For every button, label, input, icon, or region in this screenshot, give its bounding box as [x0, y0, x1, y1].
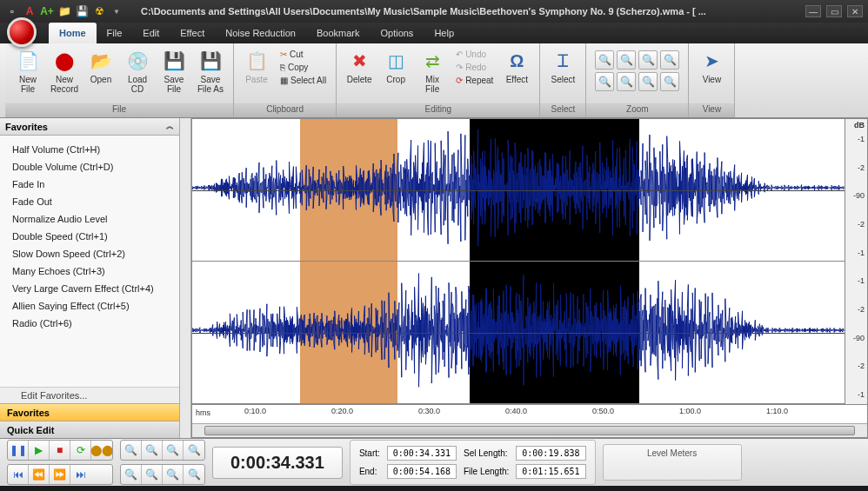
- tab-effect[interactable]: Effect: [170, 23, 215, 43]
- select-all-button[interactable]: ▦Select All: [277, 75, 329, 86]
- delete-button[interactable]: ✖Delete: [342, 47, 377, 86]
- crop-button[interactable]: ◫Crop: [378, 47, 413, 86]
- record-orb-button[interactable]: [7, 17, 37, 47]
- timeline-tick: 0:50.0: [592, 407, 614, 415]
- view-button[interactable]: ➤View: [694, 47, 729, 86]
- timeline-ruler[interactable]: hms 0:10.00:20.00:30.00:40.00:50.01:00.0…: [192, 404, 867, 423]
- qat-new-icon[interactable]: ▫: [5, 4, 19, 18]
- redo-button[interactable]: ↷Redo: [453, 62, 496, 73]
- undo-button[interactable]: ↶Undo: [453, 49, 496, 60]
- repeat-button[interactable]: ⟳Repeat: [453, 75, 496, 86]
- start-value[interactable]: 0:00:34.331: [387, 446, 457, 461]
- goto-start-button[interactable]: ⏮: [8, 465, 29, 484]
- zoom-l-button[interactable]: 🔍: [163, 465, 184, 484]
- select-button[interactable]: ᏆSelect: [545, 47, 580, 86]
- favorite-item[interactable]: Radio (Ctrl+6): [0, 315, 179, 332]
- ribbon: 📄NewFile ⬤NewRecord 📂Open 💿LoadCD 💾SaveF…: [0, 43, 868, 118]
- zoom-vout-button[interactable]: 🔍: [142, 465, 163, 484]
- favorite-item[interactable]: Half Volume (Ctrl+H): [0, 141, 179, 158]
- load-cd-button[interactable]: 💿LoadCD: [120, 47, 155, 96]
- qat-open-icon[interactable]: 📁: [57, 4, 71, 18]
- paste-button[interactable]: 📋Paste: [239, 47, 274, 86]
- maximize-button[interactable]: ▭: [826, 5, 842, 17]
- favorite-item[interactable]: Normalize Audio Level: [0, 210, 179, 228]
- zoom-all-button[interactable]: 🔍: [184, 441, 204, 460]
- tab-help[interactable]: Help: [424, 23, 464, 43]
- zoom-sel-button[interactable]: 🔍: [638, 50, 658, 70]
- zoom-out-h-button[interactable]: 🔍: [617, 50, 636, 70]
- open-button[interactable]: 📂Open: [83, 47, 118, 86]
- favorite-item[interactable]: Slow Down Speed (Ctrl+2): [0, 245, 179, 262]
- file-length-value[interactable]: 0:01:15.651: [516, 464, 585, 479]
- zoom-out-button[interactable]: 🔍: [142, 441, 163, 460]
- timeline-unit-label: hms: [196, 408, 210, 417]
- tab-edit[interactable]: Edit: [132, 23, 170, 43]
- zoom-out-v-button[interactable]: 🔍: [617, 72, 636, 91]
- timeline-tick: 0:30.0: [418, 407, 440, 415]
- level-meters-label: Level Meters: [612, 448, 732, 458]
- edit-favorites-button[interactable]: Edit Favorites...: [0, 387, 179, 403]
- crop-icon: ◫: [384, 49, 408, 73]
- close-button[interactable]: ✕: [847, 5, 863, 17]
- delete-icon: ✖: [347, 49, 371, 73]
- cut-button[interactable]: ✂Cut: [277, 49, 329, 60]
- new-record-button[interactable]: ⬤NewRecord: [47, 47, 82, 96]
- favorites-tab[interactable]: Favorites: [0, 403, 179, 421]
- qat-add-icon[interactable]: A+: [40, 4, 54, 18]
- favorite-item[interactable]: Allien Saying Effect (Ctrl+5): [0, 297, 179, 315]
- qat-save-icon[interactable]: 💾: [75, 4, 89, 18]
- sidebar-header[interactable]: Favorites ︽: [0, 118, 179, 136]
- zoom-in-v-button[interactable]: 🔍: [595, 72, 614, 91]
- sel-length-value[interactable]: 0:00:19.838: [516, 446, 585, 461]
- minimize-button[interactable]: —: [805, 5, 821, 17]
- zoom-full-button[interactable]: 🔍: [660, 50, 679, 70]
- zoom-in-button[interactable]: 🔍: [121, 441, 142, 460]
- quick-edit-tab[interactable]: Quick Edit: [0, 421, 179, 438]
- favorite-item[interactable]: Fade Out: [0, 193, 179, 210]
- favorite-item[interactable]: Double Speed (Ctrl+1): [0, 228, 179, 245]
- zoom-r-button[interactable]: 🔍: [184, 465, 204, 484]
- copy-button[interactable]: ⎘Copy: [277, 62, 329, 73]
- zoom-selection-button[interactable]: 🔍: [163, 441, 184, 460]
- waveform-area[interactable]: dB -1-2-90-2-1-1-2-90-2-1: [192, 119, 867, 404]
- tab-bookmark[interactable]: Bookmark: [306, 23, 371, 43]
- qat-dropdown-icon[interactable]: ▼: [110, 4, 124, 18]
- playback-buttons: ❚❚ ▶ ■ ⟳ ⬤⬤: [7, 440, 113, 461]
- tab-options[interactable]: Options: [370, 23, 424, 43]
- effect-button[interactable]: ΩEffect: [499, 47, 534, 86]
- rewind-button[interactable]: ⏪: [29, 465, 50, 484]
- db-mark: -2: [845, 163, 867, 172]
- zoom-v-transport-buttons: 🔍 🔍 🔍 🔍: [120, 464, 205, 485]
- ribbon-label-editing: Editing: [337, 103, 539, 117]
- favorite-item[interactable]: Fade In: [0, 176, 179, 193]
- play-button[interactable]: ▶: [29, 441, 50, 460]
- mix-file-button[interactable]: ⇄MixFile: [415, 47, 450, 96]
- waveform-channel-left[interactable]: [192, 119, 845, 262]
- timeline-tick: 0:10.0: [244, 407, 266, 415]
- zoom-vin-button[interactable]: 🔍: [121, 465, 142, 484]
- end-value[interactable]: 0:00:54.168: [387, 464, 457, 479]
- save-as-button[interactable]: 💾SaveFile As: [193, 47, 228, 96]
- favorite-item[interactable]: Double Volume (Ctrl+D): [0, 158, 179, 176]
- qat-undo-icon[interactable]: A: [23, 4, 37, 18]
- zoom-left-button[interactable]: 🔍: [638, 72, 658, 91]
- save-file-button[interactable]: 💾SaveFile: [157, 47, 191, 96]
- tab-file[interactable]: File: [97, 23, 133, 43]
- play-loop-button[interactable]: ⟳: [70, 441, 91, 460]
- qat-burn-icon[interactable]: ☢: [92, 4, 106, 18]
- tab-home[interactable]: Home: [49, 23, 97, 43]
- forward-button[interactable]: ⏩: [50, 465, 70, 484]
- goto-end-button[interactable]: ⏭: [70, 465, 91, 484]
- stop-button[interactable]: ■: [50, 441, 70, 460]
- zoom-right-button[interactable]: 🔍: [660, 72, 679, 91]
- zoom-in-h-button[interactable]: 🔍: [595, 50, 614, 70]
- horizontal-scrollbar[interactable]: [192, 423, 867, 437]
- record-button[interactable]: ⬤⬤: [91, 441, 112, 460]
- tab-noise-reduction[interactable]: Noise Reduction: [215, 23, 306, 43]
- vertical-scrollbar[interactable]: [180, 118, 191, 438]
- waveform-channel-right[interactable]: [192, 262, 845, 404]
- new-file-button[interactable]: 📄NewFile: [10, 47, 45, 96]
- pause-button[interactable]: ❚❚: [8, 441, 29, 460]
- favorite-item[interactable]: Many Echoes (Ctrl+3): [0, 262, 179, 280]
- favorite-item[interactable]: Very Large Cavern Effect (Ctrl+4): [0, 280, 179, 297]
